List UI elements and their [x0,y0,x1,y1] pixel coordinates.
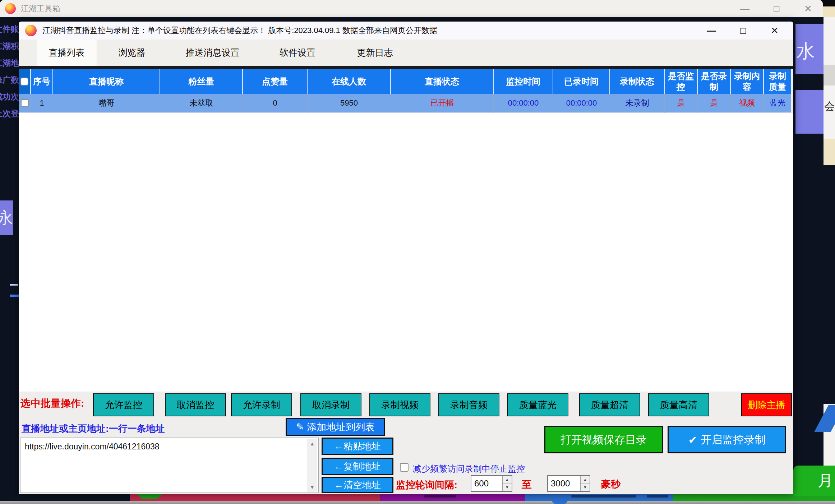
scroll-down-icon[interactable]: ▼ [307,482,317,492]
spin-up-icon[interactable]: ▲ [581,476,590,484]
poll-interval-label: 监控轮询间隔: [396,478,457,491]
cell-rec-time: 00:00:00 [553,94,610,113]
background-right-beige [824,139,835,165]
dialog-minimize-button[interactable]: — [703,23,719,38]
cell-rec-content: 视频 [731,94,764,113]
address-label: 直播地址或主页地址:一行一条地址 [22,422,165,435]
col-fans: 粉丝量 [160,69,243,94]
record-audio-button[interactable]: 录制音频 [438,393,499,416]
dialog-maximize-button[interactable]: □ [735,23,751,38]
background-window-corner [821,6,835,17]
cell-fans: 未获取 [160,94,243,113]
start-monitor-record-button[interactable]: ✔ 开启监控录制 [668,426,786,453]
paste-address-button[interactable]: ←粘贴地址 [322,438,393,455]
col-rec-status: 录制状态 [610,69,665,94]
outer-window-title: 江湖工具箱 [21,3,60,14]
tabbar: 直播列表 浏览器 推送消息设置 软件设置 更新日志 [19,40,793,66]
background-right-graybar [824,65,835,85]
table-header: 序号 直播昵称 粉丝量 点赞量 在线人数 直播状态 监控时间 已录时间 录制状态… [19,69,793,94]
right-purple-button-shui[interactable]: 水 [795,24,824,74]
cell-is-record: 是 [698,94,731,113]
quality-uhd-button[interactable]: 质量超清 [579,393,640,416]
clear-address-button[interactable]: ←清空地址 [322,477,393,493]
taskbar-bottom-strip [0,501,835,504]
spin-up-icon[interactable]: ▲ [503,476,512,484]
shui-label: 水 [796,41,815,61]
col-is-record: 是否录制 [698,69,731,94]
outer-minimize-button[interactable]: — [737,1,752,16]
dialog-close-button[interactable]: ✕ [767,23,783,38]
col-rec-content: 录制内容 [731,69,764,94]
reduce-access-label: 减少频繁访问录制中停止监控 [413,463,525,475]
divider [19,66,793,69]
table-body-empty [19,113,793,392]
open-save-dir-button[interactable]: 打开视频保存目录 [544,426,663,453]
col-rec-time: 已录时间 [553,69,610,94]
cell-is-monitor: 是 [665,94,698,113]
tab-push-settings[interactable]: 推送消息设置 [167,40,258,66]
batch-ops-label: 选中批量操作: [20,397,84,410]
yong-label: 永 [0,207,13,228]
cancel-monitor-button[interactable]: 取消监控 [165,393,226,416]
textarea-scrollbar[interactable]: ▲ ▼ [307,439,317,492]
outer-close-button[interactable]: ✕ [801,1,816,16]
unit-label: 豪秒 [601,478,621,491]
row-checkbox[interactable] [21,99,29,107]
delete-streamer-button[interactable]: 删除主播 [741,393,792,416]
outer-titlebar: 江湖工具箱 — □ ✕ [0,0,823,17]
left-purple-button[interactable]: 永 [0,200,13,235]
quality-hd-button[interactable]: 质量高清 [648,393,709,416]
dialog-title: 江湖抖音直播监控与录制 注：单个设置功能在列表右键会显示！ 版本号:2023.0… [42,25,437,36]
tab-changelog[interactable]: 更新日志 [337,40,413,66]
scroll-up-icon[interactable]: ▲ [307,439,317,448]
tab-browser[interactable]: 浏览器 [97,40,167,66]
allow-record-button[interactable]: 允许录制 [231,393,292,416]
col-nickname: 直播昵称 [53,69,160,94]
cell-live-status: 已开播 [391,94,494,113]
cell-likes: 0 [243,94,308,113]
screen: 江湖工具箱 — □ ✕ 文件账 江湖积 江湖地 推广数 成功次 上次登 永 会 … [0,0,835,504]
decor-bar-text [647,495,668,498]
col-rec-quality: 录制质量 [764,69,791,94]
cancel-record-button[interactable]: 取消录制 [300,393,361,416]
interval-max-input[interactable] [548,476,580,491]
outer-maximize-button[interactable]: □ [769,1,784,16]
col-likes: 点赞量 [243,69,308,94]
cell-rec-quality: 蓝光 [764,94,791,113]
interval-min-input[interactable] [471,476,502,491]
allow-monitor-button[interactable]: 允许监控 [93,393,154,416]
col-online: 在线人数 [308,69,391,94]
decor-bar-text [571,495,636,498]
decor-dash-blue [10,295,19,297]
cell-nickname: 嘴哥 [53,94,160,113]
bottom-right-green-button[interactable]: 月 [793,466,835,496]
check-icon: ✔ [688,434,697,446]
add-address-button[interactable]: ✎ 添加地址到列表 [286,418,385,436]
interval-min-spinner: ▲ ▼ [471,475,512,492]
app-icon [5,3,16,14]
tab-live-list[interactable]: 直播列表 [37,40,97,66]
add-address-label: 添加地址到列表 [307,421,375,434]
address-textarea-wrap: https://live.douyin.com/40461216038 ▲ ▼ [20,438,319,493]
row-checkbox-cell [19,94,31,113]
spin-down-icon[interactable]: ▼ [503,484,512,491]
select-all-checkbox[interactable] [20,78,28,85]
decor-dash-light [10,284,18,286]
bottom-bar-crimson[interactable] [130,494,380,501]
pencil-icon: ✎ [296,421,304,433]
to-label: 至 [522,478,532,491]
dialog-titlebar: 江湖抖音直播监控与录制 注：单个设置功能在列表右键会显示！ 版本号:2023.0… [19,22,793,40]
table-row[interactable]: 1 嘴哥 未获取 0 5950 已开播 00:00:00 00:00:00 未录… [19,94,793,113]
decor-bar-text [424,495,456,498]
green-box-label: 月 [818,471,833,491]
col-live-status: 直播状态 [391,69,494,94]
right-purple-button-2[interactable] [795,90,824,134]
cell-index: 1 [31,94,53,113]
reduce-access-checkbox[interactable] [400,463,409,472]
address-textarea[interactable]: https://live.douyin.com/40461216038 [20,438,318,493]
copy-address-button[interactable]: ←复制地址 [322,458,393,475]
record-video-button[interactable]: 录制视频 [369,393,430,416]
spin-down-icon[interactable]: ▼ [581,484,590,491]
tab-soft-settings[interactable]: 软件设置 [258,40,337,66]
quality-bluray-button[interactable]: 质量蓝光 [507,393,568,416]
